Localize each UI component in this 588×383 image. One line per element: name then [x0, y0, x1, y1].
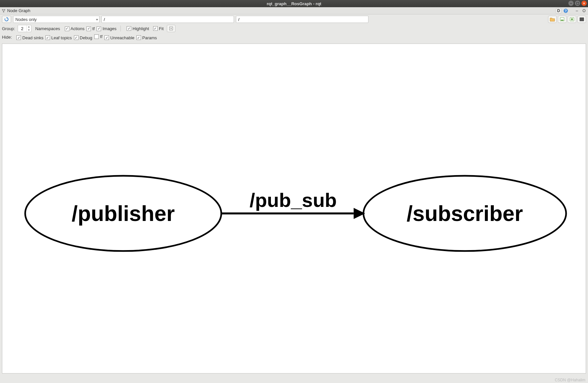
- window-minimize-button[interactable]: –: [568, 1, 574, 6]
- window-titlebar: rqt_graph__RosGraph - rqt – ☐ ×: [0, 0, 588, 7]
- view-mode-value: Nodes only: [15, 17, 37, 22]
- dropdown-arrow-icon: ▾: [96, 18, 98, 21]
- refresh-button[interactable]: [2, 16, 11, 23]
- group-tf-checkbox[interactable]: ✓tf: [86, 26, 95, 31]
- highlight-checkbox[interactable]: ✓ Highlight: [127, 26, 149, 31]
- checkbox-box: ✓: [104, 35, 109, 40]
- svg-rect-6: [561, 20, 563, 21]
- save-dot-icon: [560, 17, 565, 22]
- separator: [120, 26, 121, 31]
- window-controls: – ☐ ×: [568, 1, 587, 6]
- graph-canvas[interactable]: /publisher /subscriber /pub_sub: [2, 44, 586, 374]
- group-images-checkbox[interactable]: ✓Images: [97, 26, 116, 31]
- checkbox-box: ✓: [86, 27, 91, 31]
- hide-tf2-checkbox[interactable]: tf: [94, 34, 102, 39]
- panel-popout-button[interactable]: O: [581, 8, 587, 13]
- group-actions-checkbox[interactable]: ✓Actions: [65, 26, 85, 31]
- fit-label: Fit: [159, 26, 164, 31]
- refresh-icon: [4, 17, 9, 22]
- hide-label: Hide:: [2, 35, 12, 40]
- hide-unreach-checkbox[interactable]: ✓Unreachable: [104, 35, 134, 40]
- save-svg-icon: [569, 17, 575, 22]
- fit-view-button[interactable]: [167, 25, 175, 32]
- topic-filter-input[interactable]: [236, 16, 368, 23]
- hide-dead-label: Dead sinks: [22, 35, 43, 40]
- window-title: rqt_graph__RosGraph - rqt: [267, 1, 321, 6]
- highlight-label: Highlight: [133, 26, 149, 31]
- edge-label: /pub_sub: [250, 189, 337, 211]
- svg-text:?: ?: [565, 9, 567, 13]
- toolbar-row-3: Hide: ✓Dead sinks✓Leaf topics✓Debugtf✓Un…: [0, 33, 588, 42]
- group-label: Group:: [2, 26, 15, 31]
- group-tf-label: tf: [92, 26, 95, 31]
- spin-down-button[interactable]: ▼: [27, 28, 31, 32]
- help-icon[interactable]: ?: [563, 8, 568, 13]
- view-mode-dropdown[interactable]: Nodes only ▾: [13, 16, 99, 23]
- checkbox-box: [94, 34, 99, 39]
- hide-leaf-label: Leaf topics: [51, 35, 72, 40]
- hide-debug-label: Debug: [80, 35, 92, 40]
- hide-debug-checkbox[interactable]: ✓Debug: [74, 35, 92, 40]
- save-image-icon: [579, 17, 584, 22]
- hide-dead-checkbox[interactable]: ✓Dead sinks: [16, 35, 43, 40]
- graph-svg: /publisher /subscriber /pub_sub: [2, 44, 586, 373]
- folder-open-icon: [550, 17, 555, 22]
- group-actions-label: Actions: [71, 26, 85, 31]
- save-svg-button[interactable]: [568, 16, 576, 23]
- panel-header: Node Graph D ? – O: [0, 7, 588, 14]
- checkbox-box: ✓: [65, 27, 69, 31]
- hide-params-label: Params: [142, 35, 157, 40]
- fit-checkbox[interactable]: ✓ Fit: [153, 26, 164, 31]
- save-image-button[interactable]: [578, 16, 586, 23]
- hide-tf2-label: tf: [100, 34, 102, 39]
- checkbox-box: ✓: [97, 27, 101, 31]
- svg-rect-9: [580, 18, 584, 21]
- panel-undock-button[interactable]: –: [574, 8, 579, 13]
- checkbox-box: ✓: [74, 35, 79, 40]
- fit-view-icon: [169, 26, 173, 31]
- checkbox-box: ✓: [45, 35, 50, 40]
- namespaces-label: Namespaces: [35, 26, 60, 31]
- save-dot-button[interactable]: [558, 16, 566, 23]
- spin-arrows: ▲ ▼: [27, 25, 31, 32]
- window-maximize-button[interactable]: ☐: [575, 1, 580, 6]
- window-close-button[interactable]: ×: [581, 1, 587, 6]
- graph-canvas-wrap: /publisher /subscriber /pub_sub: [0, 42, 588, 375]
- hide-unreach-label: Unreachable: [110, 35, 134, 40]
- hide-params-checkbox[interactable]: ✓Params: [136, 35, 157, 40]
- toolbar-row-1: Nodes only ▾: [0, 14, 588, 24]
- toolbar-icon-group: [548, 16, 586, 23]
- node-subscriber-label: /subscriber: [407, 201, 523, 225]
- group-depth-spin[interactable]: ▲ ▼: [18, 25, 31, 32]
- node-filter-input[interactable]: [101, 16, 234, 23]
- checkbox-box: ✓: [127, 26, 131, 31]
- checkbox-box: ✓: [153, 26, 158, 31]
- watermark: CSDN @Hahalim: [555, 378, 585, 382]
- hide-leaf-checkbox[interactable]: ✓Leaf topics: [45, 35, 72, 40]
- group-depth-input[interactable]: [18, 26, 27, 31]
- panel-title: Node Graph: [7, 8, 30, 13]
- toolbar-row-2: Group: ▲ ▼ Namespaces ✓Actions✓tf✓Images…: [0, 24, 588, 33]
- checkbox-box: ✓: [136, 35, 141, 40]
- checkbox-box: ✓: [16, 35, 21, 40]
- svg-point-8: [571, 18, 573, 20]
- group-images-label: Images: [102, 26, 116, 31]
- panel-icon: [1, 9, 6, 13]
- panel-badge-d[interactable]: D: [556, 8, 561, 13]
- load-dot-button[interactable]: [548, 16, 557, 23]
- spin-up-button[interactable]: ▲: [27, 25, 31, 28]
- node-publisher-label: /publisher: [72, 201, 175, 225]
